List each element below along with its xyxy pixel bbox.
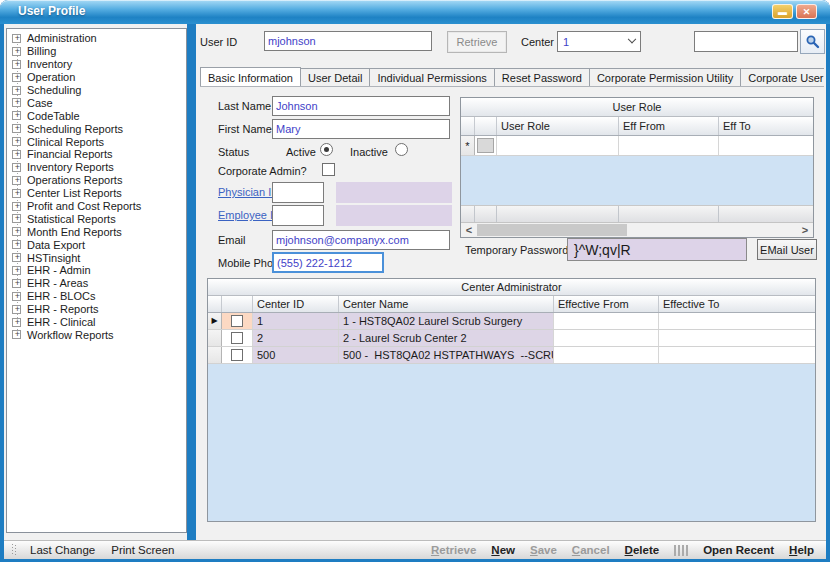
row-selector-cell[interactable] <box>208 330 222 346</box>
search-button[interactable] <box>800 29 825 54</box>
expand-plus-icon[interactable] <box>12 86 21 95</box>
tree-item-ehr-admin[interactable]: EHR - Admin <box>7 264 186 277</box>
statusbar-delete-button[interactable]: Delete <box>625 544 660 556</box>
expand-plus-icon[interactable] <box>12 150 21 159</box>
help-button[interactable]: Help <box>789 544 814 556</box>
expand-plus-icon[interactable] <box>12 111 21 120</box>
new-row-eff-to-cell[interactable] <box>719 136 813 155</box>
expand-plus-icon[interactable] <box>12 176 21 185</box>
tree-item-center-list-reports[interactable]: Center List Reports <box>7 187 186 200</box>
row-checkbox[interactable] <box>231 349 243 361</box>
expand-plus-icon[interactable] <box>12 34 21 43</box>
tab-corporate-user-role-utility[interactable]: Corporate User Role Utility <box>740 68 824 86</box>
tree-item-hstinsight[interactable]: HSTinsight <box>7 251 186 264</box>
tree-item-operations-reports[interactable]: Operations Reports <box>7 174 186 187</box>
center-admin-row[interactable]: ▶ 1 1 - HST8QA02 Laurel Scrub Surgery <box>208 313 815 330</box>
new-row-button-cell[interactable] <box>475 136 497 155</box>
employee-id-input[interactable] <box>272 205 324 226</box>
row-selector-cell[interactable] <box>208 347 222 363</box>
scroll-right-icon[interactable]: > <box>797 223 813 237</box>
scrollbar-thumb[interactable] <box>477 224 627 236</box>
center-admin-row[interactable]: 500 500 - HST8QA02 HSTPATHWAYS --SCRUBBE… <box>208 347 815 364</box>
expand-plus-icon[interactable] <box>12 137 21 146</box>
expand-plus-icon[interactable] <box>12 98 21 107</box>
center-id-cell[interactable]: 2 <box>253 330 339 346</box>
center-id-cell[interactable]: 500 <box>253 347 339 363</box>
expand-plus-icon[interactable] <box>12 189 21 198</box>
eff-to-column-header[interactable]: Eff To <box>719 117 813 135</box>
last-name-input[interactable] <box>272 96 450 116</box>
tree-item-month-end-reports[interactable]: Month End Reports <box>7 225 186 238</box>
statusbar-retrieve-button[interactable]: Retrieve <box>431 544 476 556</box>
expand-plus-icon[interactable] <box>12 253 21 262</box>
center-name-cell[interactable]: 500 - HST8QA02 HSTPATHWAYS --SCRUBBED S <box>339 347 554 363</box>
physician-id-input[interactable] <box>272 182 324 203</box>
effective-to-cell[interactable] <box>659 347 815 363</box>
new-row-eff-from-cell[interactable] <box>619 136 719 155</box>
center-name-cell[interactable]: 2 - Laurel Scrub Center 2 <box>339 330 554 346</box>
mobile-phone-input[interactable] <box>272 252 384 273</box>
scrollbar-track[interactable] <box>477 223 797 237</box>
physician-id-link[interactable]: Physician ID <box>218 186 279 198</box>
checkbox-column-header[interactable] <box>222 296 253 312</box>
open-recent-button[interactable]: Open Recent <box>703 544 774 556</box>
effective-from-column-header[interactable]: Effective From <box>554 296 659 312</box>
effective-to-column-header[interactable]: Effective To <box>659 296 815 312</box>
effective-to-cell[interactable] <box>659 330 815 346</box>
tree-item-statistical-reports[interactable]: Statistical Reports <box>7 212 186 225</box>
row-checkbox[interactable] <box>231 332 243 344</box>
center-id-cell[interactable]: 1 <box>253 313 339 329</box>
statusbar-cancel-button[interactable]: Cancel <box>572 544 610 556</box>
close-button[interactable]: ✕ <box>796 4 817 19</box>
expand-plus-icon[interactable] <box>12 163 21 172</box>
user-id-input[interactable] <box>264 31 432 51</box>
email-user-button[interactable]: EMail User <box>757 239 817 260</box>
expand-plus-icon[interactable] <box>12 240 21 249</box>
expand-plus-icon[interactable] <box>12 73 21 82</box>
panel-splitter[interactable] <box>187 24 196 540</box>
tree-item-ehr-clinical[interactable]: EHR - Clinical <box>7 316 186 329</box>
tree-item-billing[interactable]: Billing <box>7 45 186 58</box>
tree-item-scheduling-reports[interactable]: Scheduling Reports <box>7 122 186 135</box>
corporate-admin-checkbox[interactable] <box>322 163 335 176</box>
tree-item-ehr-blocs[interactable]: EHR - BLOCs <box>7 290 186 303</box>
tab-reset-password[interactable]: Reset Password <box>494 68 590 86</box>
tree-item-profit-cost-reports[interactable]: Profit and Cost Reports <box>7 200 186 213</box>
user-role-column-header[interactable]: User Role <box>497 117 619 135</box>
temporary-password-field[interactable]: }^W;qv|R <box>567 238 747 261</box>
tree-item-inventory[interactable]: Inventory <box>7 58 186 71</box>
tab-basic-information[interactable]: Basic Information <box>200 67 301 87</box>
row-checkbox[interactable] <box>231 315 243 327</box>
tree-item-scheduling[interactable]: Scheduling <box>7 84 186 97</box>
button-column-header[interactable] <box>475 117 497 135</box>
tree-item-ehr-reports[interactable]: EHR - Reports <box>7 303 186 316</box>
eff-from-column-header[interactable]: Eff From <box>619 117 719 135</box>
minimize-button[interactable]: ▬ <box>772 4 793 19</box>
expand-plus-icon[interactable] <box>12 124 21 133</box>
center-admin-row[interactable]: 2 2 - Laurel Scrub Center 2 <box>208 330 815 347</box>
tab-individual-permissions[interactable]: Individual Permissions <box>369 68 494 86</box>
search-input[interactable] <box>694 31 798 52</box>
tree-item-financial-reports[interactable]: Financial Reports <box>7 148 186 161</box>
row-checkbox-cell[interactable] <box>222 330 253 346</box>
user-role-horizontal-scrollbar[interactable]: < > <box>461 222 813 237</box>
row-checkbox-cell[interactable] <box>222 313 253 329</box>
print-screen-button[interactable]: Print Screen <box>111 544 174 556</box>
row-selector-header[interactable] <box>461 117 475 135</box>
tree-item-codetable[interactable]: CodeTable <box>7 109 186 122</box>
expand-plus-icon[interactable] <box>12 330 21 339</box>
tree-item-data-export[interactable]: Data Export <box>7 238 186 251</box>
expand-plus-icon[interactable] <box>12 292 21 301</box>
expand-plus-icon[interactable] <box>12 47 21 56</box>
tree-item-inventory-reports[interactable]: Inventory Reports <box>7 161 186 174</box>
scroll-left-icon[interactable]: < <box>461 223 477 237</box>
center-name-cell[interactable]: 1 - HST8QA02 Laurel Scrub Surgery <box>339 313 554 329</box>
tree-item-ehr-areas[interactable]: EHR - Areas <box>7 277 186 290</box>
tab-user-detail[interactable]: User Detail <box>300 68 370 86</box>
inactive-radio[interactable] <box>395 143 408 156</box>
email-input[interactable] <box>272 230 450 250</box>
last-change-button[interactable]: Last Change <box>30 544 95 556</box>
statusbar-save-button[interactable]: Save <box>530 544 557 556</box>
user-role-new-row[interactable]: * <box>461 136 813 156</box>
row-checkbox-cell[interactable] <box>222 347 253 363</box>
